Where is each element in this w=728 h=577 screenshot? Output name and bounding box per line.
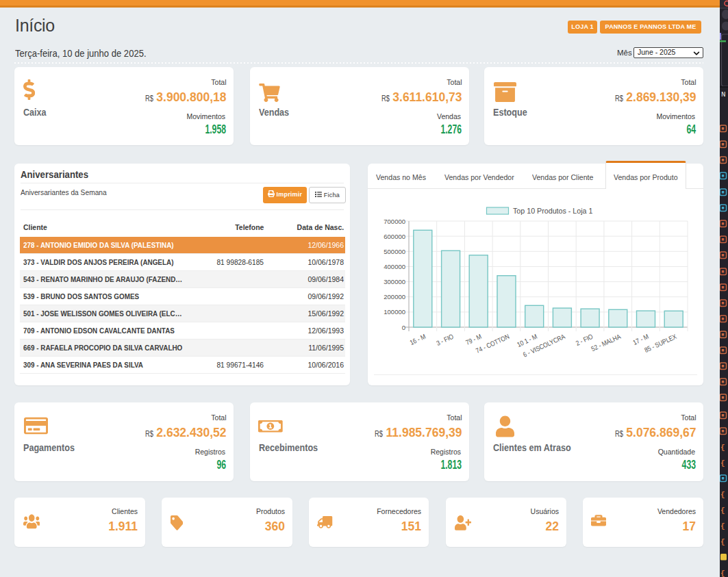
svg-text:{: {	[720, 444, 725, 452]
svg-text:500000: 500000	[384, 248, 405, 255]
svg-text:300000: 300000	[384, 278, 405, 285]
svg-text:{: {	[720, 538, 725, 546]
svg-text:79 - M: 79 - M	[464, 333, 482, 346]
svg-text:N: N	[721, 90, 726, 99]
svg-text:400000: 400000	[384, 263, 405, 270]
svg-text:85 - SUPLEX: 85 - SUPLEX	[643, 333, 677, 354]
svg-text:52 - MALHA: 52 - MALHA	[590, 333, 623, 353]
svg-text:600000: 600000	[384, 233, 405, 240]
svg-text:16 - M: 16 - M	[409, 333, 427, 346]
svg-text:17 - M: 17 - M	[632, 333, 650, 346]
svg-text:{: {	[720, 522, 725, 530]
svg-text:700000: 700000	[384, 218, 405, 225]
svg-text:Top 10 Produtos - Loja 1: Top 10 Produtos - Loja 1	[513, 207, 593, 215]
svg-text:{: {	[720, 459, 725, 467]
svg-text:0: 0	[402, 324, 405, 331]
svg-text:200000: 200000	[384, 293, 405, 300]
svg-text:{: {	[720, 491, 725, 499]
svg-text:{: {	[720, 507, 725, 515]
svg-text:{: {	[720, 569, 725, 577]
svg-text:3 - FIO: 3 - FIO	[436, 333, 455, 347]
svg-text:100000: 100000	[384, 308, 405, 316]
